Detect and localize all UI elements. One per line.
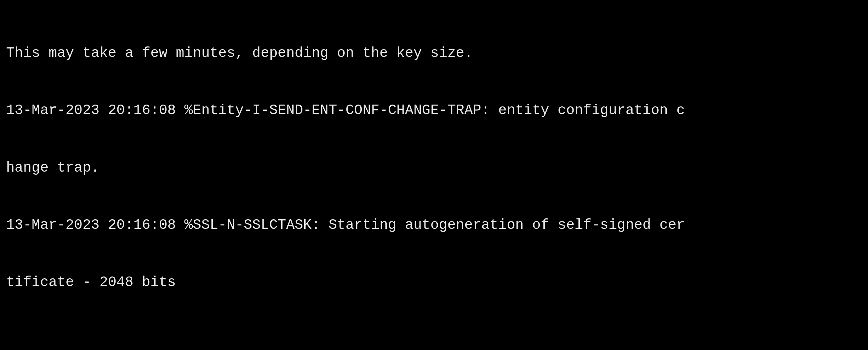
terminal-line-4: 13-Mar-2023 20:16:08 %SSL-N-SSLCTASK: St… [6, 215, 862, 235]
terminal-line-2: 13-Mar-2023 20:16:08 %Entity-I-SEND-ENT-… [6, 101, 862, 120]
terminal-line-3: hange trap. [6, 158, 862, 177]
terminal-line-5: tificate - 2048 bits [6, 273, 862, 292]
terminal-line-1: This may take a few minutes, depending o… [6, 44, 862, 63]
terminal-output: This may take a few minutes, depending o… [0, 0, 868, 350]
